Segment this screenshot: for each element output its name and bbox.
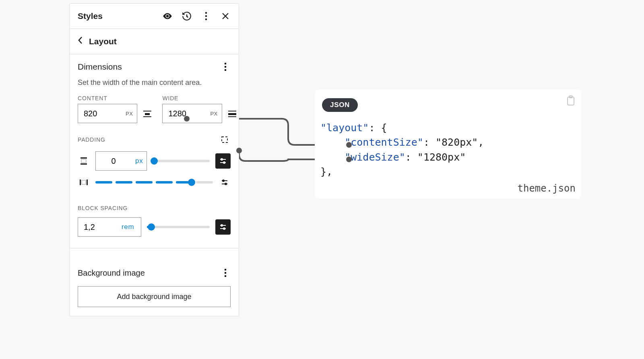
code-block: "layout": { "contentSize": "820px", "wid… [320,121,484,179]
svg-point-5 [225,69,227,71]
svg-rect-10 [228,113,236,115]
content-unit[interactable]: PX [122,111,137,117]
block-spacing-group: BLOCK SPACING rem [78,204,231,237]
block-spacing-input[interactable] [78,218,118,236]
background-image-section: Background image Add background image [70,259,239,316]
wide-label: WIDE [162,95,238,101]
wide-field: WIDE PX [162,95,238,123]
panel-title: Styles [78,11,103,21]
svg-point-22 [225,183,227,185]
styles-panel: Styles Layout [69,3,239,316]
svg-point-27 [225,275,227,277]
svg-rect-18 [80,180,81,185]
background-image-title: Background image [78,268,145,278]
clipboard-icon[interactable] [566,95,576,109]
padding-step-settings-icon[interactable] [219,176,231,188]
padding-step-slider[interactable] [95,180,213,184]
eye-icon[interactable] [162,11,173,21]
content-align-icon[interactable] [141,107,153,120]
svg-rect-7 [145,113,150,115]
svg-point-23 [221,225,223,226]
close-icon[interactable] [220,11,231,21]
svg-rect-12 [222,137,227,142]
svg-rect-20 [82,180,86,184]
padding-side-icon[interactable] [78,155,90,167]
dimensions-kebab-icon[interactable] [220,62,231,72]
padding-slider[interactable] [153,160,210,162]
svg-point-21 [223,180,224,182]
code-filename: theme.json [518,183,576,194]
back-label: Layout [89,37,117,46]
block-spacing-unit[interactable]: rem [118,223,138,231]
dimensions-title: Dimensions [78,62,122,72]
content-field: CONTENT PX [78,95,153,123]
wide-unit[interactable]: PX [206,111,221,117]
padding-link-icon[interactable] [219,134,231,146]
widesize-anchor-dot [346,157,352,162]
svg-point-0 [205,12,207,14]
svg-point-2 [205,19,207,21]
svg-point-26 [225,272,227,274]
wide-anchor-dot [236,148,242,153]
svg-point-4 [225,66,227,68]
divider [70,248,239,248]
wide-align-icon[interactable] [226,107,238,120]
panel-header: Styles [70,4,239,29]
block-spacing-slider[interactable] [147,226,210,228]
chevron-left-icon [78,36,83,47]
padding-settings-button[interactable] [215,153,231,169]
svg-rect-8 [143,116,151,117]
svg-point-24 [223,228,225,229]
svg-point-17 [223,162,225,163]
contentsize-anchor-dot [346,142,352,148]
svg-point-1 [205,15,207,17]
code-card: JSON "layout": { "contentSize": "820px",… [315,89,581,199]
padding-input[interactable] [96,152,131,170]
background-image-kebab-icon[interactable] [220,268,231,278]
padding-group: PADDING px [78,134,231,188]
padding-unit[interactable]: px [131,157,147,165]
add-background-image-label: Add background image [117,293,191,301]
json-badge: JSON [322,98,358,112]
content-anchor-dot [184,116,190,122]
back-row[interactable]: Layout [70,29,239,54]
content-label: CONTENT [78,95,153,101]
svg-rect-6 [143,111,151,111]
svg-rect-9 [228,111,236,111]
content-input[interactable] [78,105,122,122]
svg-point-16 [221,159,223,160]
kebab-icon[interactable] [201,11,211,21]
padding-horizontal-icon[interactable] [78,176,90,188]
history-icon[interactable] [182,11,192,21]
svg-point-25 [225,269,227,271]
svg-rect-15 [81,159,86,163]
svg-rect-19 [87,180,88,185]
svg-rect-13 [80,157,87,159]
dimensions-help: Set the width of the main content area. [78,78,231,87]
add-background-image-button[interactable]: Add background image [78,286,231,307]
padding-label: PADDING [78,136,105,143]
svg-rect-11 [228,116,236,117]
block-spacing-label: BLOCK SPACING [78,205,128,211]
svg-rect-14 [80,163,87,165]
dimensions-section: Dimensions Set the width of the main con… [70,54,239,259]
svg-point-3 [225,63,227,65]
block-spacing-settings-button[interactable] [215,219,231,235]
